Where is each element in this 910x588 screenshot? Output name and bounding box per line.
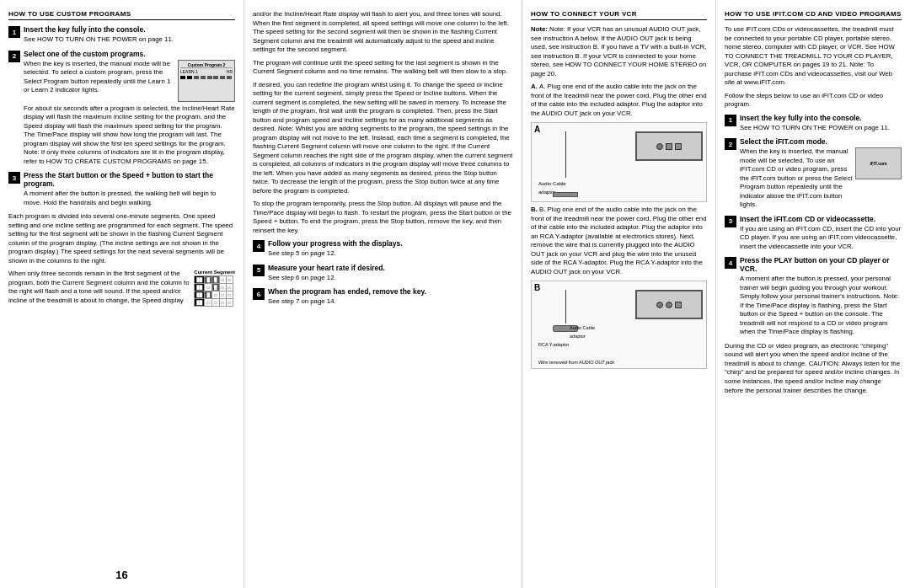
step-1-content: Insert the key fully into the console. S…: [24, 25, 235, 45]
mid-step-4-title: Follow your progress with the displays.: [268, 239, 513, 248]
mid-step-5-title: Measure your heart rate if desired.: [268, 264, 513, 272]
ifit-section-header: HOW TO USE IFIT.COM CD AND VIDEO PROGRAM…: [725, 10, 902, 20]
b-port-1: [656, 302, 663, 308]
mid-step-6-title: When the program has ended, remove the k…: [268, 287, 513, 296]
mid-continuation-2: The program will continue until the spee…: [253, 59, 513, 77]
mid-step-4-number: 4: [253, 240, 265, 252]
ifit-step-4-block: 4 Press the PLAY button on your CD playe…: [725, 256, 902, 337]
audio-cable-label-a: Audio Cable: [538, 181, 566, 186]
diagram-a-label: A: [534, 125, 540, 134]
mid-step-5-number: 5: [253, 265, 265, 276]
ifit-step-3-number: 3: [725, 216, 736, 227]
mid-step-5-block: 5 Measure your heart rate if desired. Se…: [253, 264, 513, 283]
vcr-note-bold: Note:: [531, 25, 549, 33]
mid-step-4-block: 4 Follow your progress with the displays…: [253, 239, 513, 259]
step-3-body: A moment after the button is pressed, th…: [24, 190, 235, 207]
step-2-number: 2: [8, 51, 20, 62]
wire-removed-label: Wire removed from AUDIO OUT jack: [538, 360, 614, 365]
mid-step-5-content: Measure your heart rate if desired. See …: [268, 264, 513, 283]
vcr-device-a: [635, 131, 703, 161]
mid-step-6-block: 6 When the program has ended, remove the…: [253, 287, 513, 307]
ifit-step-2-title: Select the iFIT.com mode.: [740, 137, 902, 146]
left-page-number: 16: [0, 569, 244, 581]
b-audio-label: Audio Cable: [570, 325, 595, 330]
step-3-number: 3: [8, 172, 20, 184]
mid-step-6-content: When the program has ended, remove the k…: [268, 287, 513, 307]
step-1-title: Insert the key fully into the console.: [24, 25, 235, 34]
step-3-content: Press the Start button or the Speed + bu…: [24, 171, 235, 207]
ifit-intro: To use iFIT.com CDs or videocassettes, t…: [725, 25, 902, 88]
mid-step-4-body: See step 5 on page 12.: [268, 249, 513, 259]
rca-y-label: RCA Y-adaptor: [538, 342, 569, 347]
ifit-step-2-body: When the key is inserted, the manual mod…: [740, 147, 853, 210]
left-page-number-area: 16: [0, 569, 244, 581]
port-rect-1: [666, 143, 672, 150]
ifit-step-4-title: Press the PLAY button on your CD player …: [740, 256, 902, 273]
current-segment-label: Current Segment: [194, 270, 235, 275]
segment-table: ██ █ █ □ □ ██ □ █ □ □: [194, 275, 233, 307]
step-1-body: See HOW TO TURN ON THE POWER on page 11.: [24, 35, 235, 45]
ifit-step-4-number: 4: [725, 257, 736, 269]
ifit-step-3-block: 3 Insert the iFIT.com CD or videocassett…: [725, 215, 902, 252]
ifit-display-area: iFIT.com: [855, 147, 902, 210]
vcr-note: Note: Note: If your VCR has an unusual A…: [531, 25, 707, 78]
vcr-a-label: A.: [531, 83, 539, 90]
left-section-header: HOW TO USE CUSTOM PROGRAMS: [8, 10, 235, 20]
mid-continuation-4: To stop the program temporarily, press t…: [253, 200, 513, 235]
mid-column: and/or the Incline/Heart Rate display wi…: [244, 0, 522, 588]
mid-continuation-1: and/or the Incline/Heart Rate display wi…: [253, 10, 513, 55]
ifit-step-4-body2: During the CD or video program, an elect…: [725, 342, 902, 395]
vcr-instruction-b-text: B. B. Plug one end of the audio cable in…: [531, 206, 707, 276]
ifit-step-4-body: A moment after the button is pressed, yo…: [740, 275, 902, 337]
vcr-instruction-a-label: A. A. Plug one end of the audio cable in…: [531, 83, 707, 118]
step3-body3-text: When only three seconds remain in the fi…: [8, 270, 190, 307]
b-port-3: [675, 302, 682, 308]
ifit-step-1-body: See HOW TO TURN ON THE POWER on page 11.: [740, 124, 902, 133]
ifit-step-1-block: 1 Insert the key fully into the console.…: [725, 114, 902, 133]
step-2-body: When the key is inserted, the manual mod…: [24, 60, 174, 102]
ifit-intro2: Follow the steps below to use an iFIT.co…: [725, 92, 902, 110]
mid-continuation-3: If desired, you can redefine the program…: [253, 81, 513, 196]
vcr-b-label: B.: [531, 206, 539, 213]
step-2-block: 2 Select one of the custom programs. Whe…: [8, 50, 235, 167]
ifit-step-3-content: Insert the iFIT.com CD or videocassette.…: [740, 215, 902, 252]
step-2-content: Select one of the custom programs. When …: [24, 50, 235, 167]
b-adaptor-label: adaptor: [570, 334, 586, 339]
vcr-instruction-a: A. Plug one end of the audio cable into …: [531, 83, 706, 117]
step-1-block: 1 Insert the key fully into the console.…: [8, 25, 235, 45]
step-3-continuation: Each program is divided into several one…: [8, 212, 235, 265]
ifit-step-4-content: Press the PLAY button on your CD player …: [740, 256, 902, 337]
current-segment-table-area: Current Segment ██ █ █ □ □ ██ □: [194, 270, 235, 307]
b-cable-1: [565, 290, 566, 323]
page-container: HOW TO USE CUSTOM PROGRAMS 1 Insert the …: [0, 0, 910, 588]
cable-line-a: [565, 131, 566, 178]
step-1-number: 1: [8, 26, 20, 38]
step-2-body2: For about six seconds after a program is…: [24, 104, 235, 167]
ifit-step-1-number: 1: [725, 115, 736, 126]
mid-step-6-number: 6: [253, 288, 265, 300]
port-circle-1: [656, 143, 663, 150]
ifit-display-screen: iFIT.com: [855, 147, 902, 179]
vcr-device-b: [635, 290, 703, 319]
ifit-step-2-content: Select the iFIT.com mode. When the key i…: [740, 137, 902, 210]
diagram-b-label: B: [534, 283, 540, 292]
diagram-b: B RCA Y-adaptor Wire removed from AUDIO …: [531, 281, 707, 369]
ifit-step-1-content: Insert the key fully into the console. S…: [740, 114, 902, 133]
diagram-a: A Audio Cable adaptor: [531, 122, 707, 202]
display-screen-simulation: Custom Program 2 LEARN 1HR: [178, 60, 235, 102]
ifit-column: HOW TO USE IFIT.COM CD AND VIDEO PROGRAM…: [716, 0, 910, 588]
step-2-title: Select one of the custom programs.: [24, 50, 235, 58]
ifit-step-2-number: 2: [725, 138, 736, 150]
step-3-title: Press the Start button or the Speed + bu…: [24, 171, 235, 188]
adaptor-shape: [553, 192, 578, 197]
ifit-step-2-block: 2 Select the iFIT.com mode. When the key…: [725, 137, 902, 210]
vcr-note-content: Note: If your VCR has an unusual AUDIO O…: [531, 25, 706, 78]
vcr-instruction-b: B. Plug one end of the audio cable into …: [531, 206, 706, 275]
step-3-block: 3 Press the Start button or the Speed + …: [8, 171, 235, 207]
left-column: HOW TO USE CUSTOM PROGRAMS 1 Insert the …: [0, 0, 244, 588]
mid-step-5-body: See step 6 on page 12.: [268, 274, 513, 283]
ifit-step-3-body: If you are using an iFIT.com CD, insert …: [740, 225, 902, 252]
b-port-2: [666, 302, 672, 308]
vcr-section-header: HOW TO CONNECT YOUR VCR: [531, 10, 707, 20]
mid-step-4-content: Follow your progress with the displays. …: [268, 239, 513, 259]
